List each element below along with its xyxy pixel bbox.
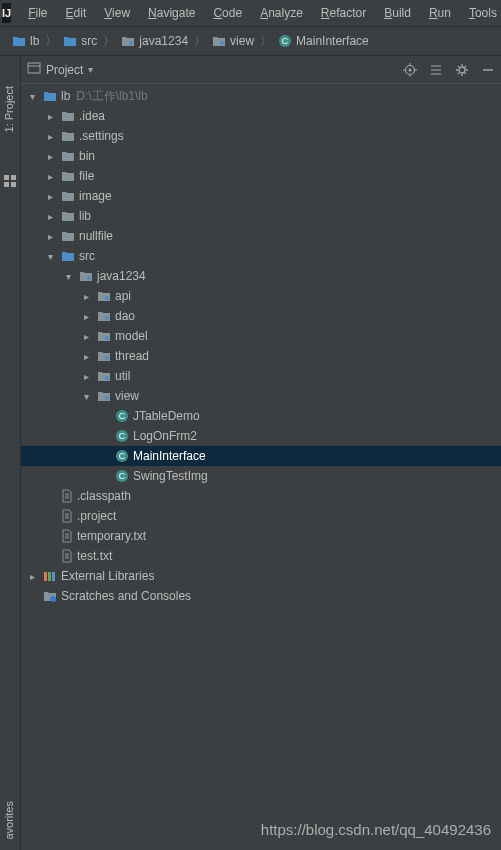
minimize-icon[interactable] xyxy=(481,63,495,77)
tree-row[interactable]: ▸.idea xyxy=(21,106,501,126)
menu-build[interactable]: Build xyxy=(375,2,420,24)
svg-rect-58 xyxy=(52,572,55,581)
tree-arrow-icon[interactable]: ▸ xyxy=(79,311,93,322)
menu-code[interactable]: Code xyxy=(204,2,251,24)
breadcrumb-item[interactable]: CMainInterface xyxy=(274,34,373,48)
folder-pkg-icon xyxy=(97,310,111,322)
folder-icon xyxy=(61,150,75,162)
breadcrumb-item[interactable]: src xyxy=(59,34,101,48)
project-panel-icon xyxy=(27,61,41,78)
tree-arrow-icon[interactable]: ▸ xyxy=(43,131,57,142)
tree-label: nullfile xyxy=(79,229,113,243)
breadcrumb-item[interactable]: view xyxy=(208,34,258,48)
class-icon: C xyxy=(115,409,129,423)
tree-row[interactable]: CMainInterface xyxy=(21,446,501,466)
menu-refactor[interactable]: Refactor xyxy=(312,2,375,24)
project-tree[interactable]: ▾lbD:\工作\lb1\lb▸.idea▸.settings▸bin▸file… xyxy=(21,84,501,850)
chevron-down-icon[interactable]: ▾ xyxy=(88,64,93,75)
svg-point-30 xyxy=(105,296,109,300)
folder-blue-icon xyxy=(61,250,75,262)
watermark-text: https://blog.csdn.net/qq_40492436 xyxy=(261,821,491,838)
tree-row[interactable]: CLogOnFrm2 xyxy=(21,426,501,446)
tree-row[interactable]: ▸model xyxy=(21,326,501,346)
menu-edit[interactable]: Edit xyxy=(57,2,96,24)
tree-arrow-icon[interactable]: ▸ xyxy=(79,371,93,382)
tree-label: SwingTestImg xyxy=(133,469,208,483)
svg-rect-56 xyxy=(44,572,47,581)
locate-icon[interactable] xyxy=(403,63,417,77)
tree-arrow-icon[interactable]: ▾ xyxy=(25,91,39,102)
tree-row[interactable]: temporary.txt xyxy=(21,526,501,546)
folder-icon xyxy=(61,130,75,142)
svg-rect-6 xyxy=(4,182,9,187)
tree-label: api xyxy=(115,289,131,303)
tree-row[interactable]: Scratches and Consoles xyxy=(21,586,501,606)
menu-analyze[interactable]: Analyze xyxy=(251,2,312,24)
menu-bar: IJ FileEditViewNavigateCodeAnalyzeRefact… xyxy=(0,0,501,27)
svg-line-27 xyxy=(465,66,466,67)
tree-row[interactable]: ▸thread xyxy=(21,346,501,366)
tree-row[interactable]: ▸file xyxy=(21,166,501,186)
tree-row[interactable]: ▾lbD:\工作\lb1\lb xyxy=(21,86,501,106)
folder-pkg-icon xyxy=(97,330,111,342)
structure-icon[interactable] xyxy=(3,174,17,188)
tree-arrow-icon[interactable]: ▸ xyxy=(43,171,57,182)
tree-arrow-icon[interactable]: ▸ xyxy=(79,351,93,362)
tree-row[interactable]: test.txt xyxy=(21,546,501,566)
tree-label: .project xyxy=(77,509,116,523)
file-icon xyxy=(61,489,73,503)
svg-text:C: C xyxy=(282,36,289,46)
tree-arrow-icon[interactable]: ▸ xyxy=(43,191,57,202)
breadcrumb-separator: 〉 xyxy=(192,33,208,50)
tree-arrow-icon[interactable]: ▸ xyxy=(43,151,57,162)
menu-navigate[interactable]: Navigate xyxy=(139,2,204,24)
tree-row[interactable]: ▾src xyxy=(21,246,501,266)
tree-row[interactable]: ▸bin xyxy=(21,146,501,166)
svg-rect-7 xyxy=(11,182,16,187)
breadcrumb-label: view xyxy=(230,34,254,48)
favorites-tool-tab[interactable]: avorites xyxy=(3,801,15,840)
folder-pkg-icon xyxy=(212,35,226,47)
tree-label: JTableDemo xyxy=(133,409,200,423)
tree-row[interactable]: ▸image xyxy=(21,186,501,206)
folder-icon xyxy=(61,230,75,242)
tree-arrow-icon[interactable]: ▾ xyxy=(43,251,57,262)
tree-row[interactable]: ▸dao xyxy=(21,306,501,326)
tree-arrow-icon[interactable]: ▸ xyxy=(43,231,57,242)
tree-row[interactable]: CJTableDemo xyxy=(21,406,501,426)
tree-arrow-icon[interactable]: ▾ xyxy=(61,271,75,282)
file-icon xyxy=(61,529,73,543)
breadcrumb-item[interactable]: java1234 xyxy=(117,34,192,48)
gear-icon[interactable] xyxy=(455,63,469,77)
tree-row[interactable]: ▸util xyxy=(21,366,501,386)
tree-row[interactable]: .classpath xyxy=(21,486,501,506)
tree-row[interactable]: CSwingTestImg xyxy=(21,466,501,486)
tree-row[interactable]: ▸api xyxy=(21,286,501,306)
tree-row[interactable]: .project xyxy=(21,506,501,526)
expand-all-icon[interactable] xyxy=(429,63,443,77)
tree-row[interactable]: ▸nullfile xyxy=(21,226,501,246)
tree-row[interactable]: ▾view xyxy=(21,386,501,406)
tree-arrow-icon[interactable]: ▸ xyxy=(43,111,57,122)
tree-label: .idea xyxy=(79,109,105,123)
breadcrumb-label: MainInterface xyxy=(296,34,369,48)
file-icon xyxy=(61,549,73,563)
menu-run[interactable]: Run xyxy=(420,2,460,24)
tree-row[interactable]: ▸lib xyxy=(21,206,501,226)
tree-arrow-icon[interactable]: ▸ xyxy=(43,211,57,222)
menu-file[interactable]: File xyxy=(19,2,56,24)
menu-tools[interactable]: Tools xyxy=(460,2,501,24)
menu-view[interactable]: View xyxy=(95,2,139,24)
tree-row[interactable]: ▸External Libraries xyxy=(21,566,501,586)
svg-point-34 xyxy=(105,376,109,380)
tree-arrow-icon[interactable]: ▸ xyxy=(79,331,93,342)
tree-arrow-icon[interactable]: ▾ xyxy=(79,391,93,402)
tree-row[interactable]: ▸.settings xyxy=(21,126,501,146)
svg-rect-4 xyxy=(4,175,9,180)
svg-point-32 xyxy=(105,336,109,340)
tree-arrow-icon[interactable]: ▸ xyxy=(25,571,39,582)
breadcrumb-item[interactable]: lb xyxy=(8,34,43,48)
tree-arrow-icon[interactable]: ▸ xyxy=(79,291,93,302)
tree-row[interactable]: ▾java1234 xyxy=(21,266,501,286)
project-tool-tab[interactable]: 1: Project xyxy=(3,86,15,132)
